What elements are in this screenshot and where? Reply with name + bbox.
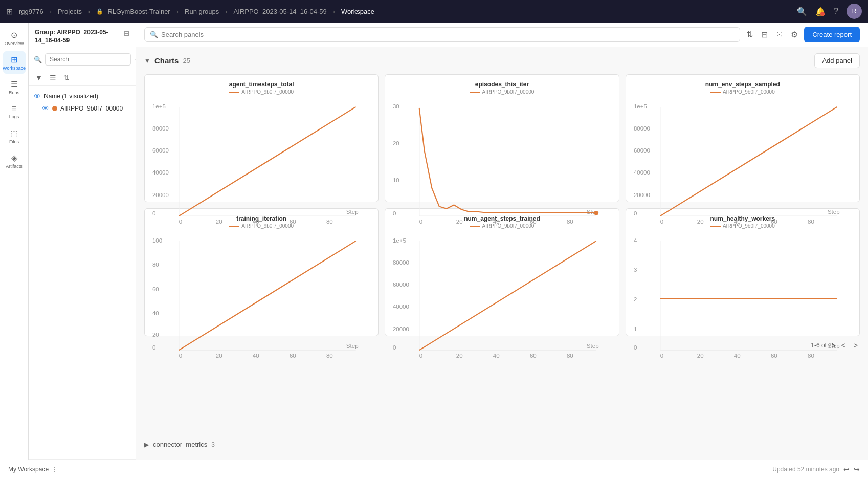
- list-view-icon[interactable]: ☰: [48, 72, 58, 83]
- breadcrumb-sep-5: ›: [333, 8, 335, 15]
- svg-text:0: 0: [660, 219, 663, 225]
- svg-point-26: [594, 211, 599, 215]
- chart-legend-2: AIRPPO_9b0f7_00000: [632, 89, 853, 95]
- svg-text:100: 100: [152, 237, 162, 244]
- filter-table-icon[interactable]: ⇅: [744, 28, 755, 41]
- table-view-icon[interactable]: ⊟: [759, 28, 770, 41]
- avatar[interactable]: R: [847, 4, 862, 19]
- chart-body-3: 100 80 60 40 20 0 0 20 40 60 80 Step: [151, 233, 372, 360]
- svg-text:40: 40: [734, 353, 741, 359]
- app-grid-icon[interactable]: ⊞: [6, 7, 13, 16]
- svg-text:0: 0: [393, 344, 396, 351]
- help-icon[interactable]: ?: [834, 7, 838, 16]
- topnav-right: 🔍 🔔 ? R: [797, 4, 862, 19]
- chart-body-0: 1e+5 80000 60000 40000 20000 0 0 20 40 6…: [151, 99, 372, 226]
- svg-text:40: 40: [152, 310, 159, 316]
- svg-text:20: 20: [393, 140, 399, 146]
- section-collapse-btn[interactable]: ▼: [144, 57, 150, 64]
- charts-section: ▼ Charts 25 Add panel agent_timesteps_to…: [136, 47, 868, 438]
- settings-icon[interactable]: ⚙: [789, 28, 800, 41]
- run-item[interactable]: 👁 AIRPPO_9b0f7_00000: [29, 102, 136, 115]
- svg-text:20000: 20000: [634, 192, 650, 198]
- eye-icon-run[interactable]: 👁: [42, 104, 49, 113]
- notification-dot: [820, 12, 825, 16]
- svg-text:80000: 80000: [634, 125, 650, 132]
- breadcrumb-run-groups[interactable]: Run groups: [185, 8, 219, 15]
- svg-text:0: 0: [660, 353, 663, 359]
- scatter-icon[interactable]: ⁙: [774, 28, 785, 41]
- svg-text:1: 1: [634, 326, 637, 332]
- sidebar-item-workspace[interactable]: ⊞ Workspace: [3, 51, 26, 74]
- sidebar: ⊙ Overview ⊞ Workspace ☰ Runs ≡ Logs ⬚ F…: [0, 23, 29, 478]
- notification-wrap: 🔔: [815, 7, 826, 16]
- undo-btn[interactable]: ↩: [843, 465, 850, 473]
- svg-text:20000: 20000: [152, 192, 169, 198]
- chart-card-episodes: episodes_this_iter AIRPPO_9b0f7_00000 30…: [385, 74, 619, 202]
- sort-icon[interactable]: ⇅: [62, 72, 71, 83]
- search-icon[interactable]: 🔍: [797, 7, 807, 16]
- chart-card-training-iter: training_iteration AIRPPO_9b0f7_00000 10…: [144, 208, 379, 336]
- svg-text:80: 80: [808, 219, 814, 225]
- sidebar-item-runs[interactable]: ☰ Runs: [3, 76, 26, 98]
- left-panel-toolbar: ▼ ☰ ⇅: [29, 70, 136, 86]
- svg-text:Step: Step: [346, 343, 359, 349]
- sidebar-label-artifacts: Artifacts: [6, 164, 23, 169]
- svg-text:20: 20: [152, 332, 159, 338]
- create-report-button[interactable]: Create report: [804, 27, 860, 42]
- chart-card-env-steps: num_env_steps_sampled AIRPPO_9b0f7_00000…: [626, 74, 860, 202]
- workspace-bar-right: Updated 52 minutes ago ↩ ↪: [772, 465, 860, 473]
- chart-svg-2: 1e+5 80000 60000 40000 20000 0 0 20 40 6…: [632, 99, 853, 226]
- breadcrumb-sep-3: ›: [176, 8, 179, 15]
- svg-text:60: 60: [530, 353, 537, 359]
- workspace-bar: My Workspace ⋮ Updated 52 minutes ago ↩ …: [0, 460, 868, 478]
- svg-text:3: 3: [634, 267, 637, 273]
- breadcrumb-sep-2: ›: [88, 8, 90, 15]
- legend-label-2: AIRPPO_9b0f7_00000: [723, 89, 775, 95]
- layout-toggle-icon[interactable]: ⊟: [123, 29, 129, 38]
- sidebar-label-overview: Overview: [5, 41, 24, 46]
- run-group-name[interactable]: 👁 Name (1 visualized): [29, 90, 136, 102]
- svg-text:0: 0: [152, 344, 155, 351]
- redo-btn[interactable]: ↪: [854, 465, 860, 473]
- run-group-label: Name (1 visualized): [44, 93, 98, 100]
- chart-card-agent-steps-trained: num_agent_steps_trained AIRPPO_9b0f7_000…: [385, 208, 619, 336]
- sidebar-item-artifacts[interactable]: ◈ Artifacts: [3, 149, 26, 172]
- sidebar-label-workspace: Workspace: [3, 66, 26, 71]
- chart-card-agent-timesteps: agent_timesteps_total AIRPPO_9b0f7_00000…: [144, 74, 379, 202]
- add-panel-button[interactable]: Add panel: [814, 53, 860, 68]
- svg-text:40000: 40000: [634, 169, 650, 176]
- sidebar-item-logs[interactable]: ≡ Logs: [3, 100, 26, 123]
- sidebar-item-overview[interactable]: ⊙ Overview: [3, 27, 26, 49]
- workspace-more-btn[interactable]: ⋮: [52, 466, 58, 473]
- main-layout: ⊙ Overview ⊞ Workspace ☰ Runs ≡ Logs ⬚ F…: [0, 23, 868, 478]
- chart-svg-3: 100 80 60 40 20 0 0 20 40 60 80 Step: [151, 233, 372, 360]
- sidebar-item-files[interactable]: ⬚ Files: [3, 125, 26, 147]
- left-panel-search-input[interactable]: [45, 53, 131, 66]
- legend-label-0: AIRPPO_9b0f7_00000: [241, 89, 294, 95]
- connector-toggle-icon[interactable]: ▶: [144, 441, 149, 448]
- svg-text:80: 80: [567, 219, 573, 225]
- svg-text:60: 60: [152, 286, 159, 292]
- breadcrumb-user[interactable]: rgg9776: [19, 8, 43, 15]
- breadcrumb-project[interactable]: RLGymBoost-Trainer: [107, 8, 170, 15]
- files-icon: ⬚: [10, 128, 18, 138]
- main-toolbar: 🔍 ⇅ ⊟ ⁙ ⚙ Create report: [136, 23, 868, 47]
- connector-header[interactable]: ▶ connector_metrics 3: [144, 438, 860, 451]
- search-left-icon: 🔍: [34, 56, 42, 63]
- sidebar-label-files: Files: [9, 139, 19, 144]
- chart-title-agent-timesteps: agent_timesteps_total: [151, 81, 372, 88]
- svg-text:40: 40: [734, 219, 741, 225]
- panel-search-input[interactable]: [161, 31, 735, 38]
- workspace-icon: ⊞: [11, 55, 17, 64]
- svg-text:20: 20: [697, 219, 703, 225]
- svg-text:1e+5: 1e+5: [634, 103, 647, 110]
- legend-line-0: [229, 92, 239, 93]
- breadcrumb-run-group[interactable]: AIRPPO_2023-05-14_16-04-59: [234, 8, 327, 15]
- overview-icon: ⊙: [11, 30, 17, 40]
- filter-icon[interactable]: ▼: [34, 72, 44, 83]
- legend-line-1: [470, 92, 480, 93]
- connector-section: ▶ connector_metrics 3: [136, 438, 868, 458]
- svg-text:60: 60: [771, 353, 777, 359]
- breadcrumb-projects[interactable]: Projects: [58, 8, 82, 15]
- eye-icon-group[interactable]: 👁: [34, 92, 41, 100]
